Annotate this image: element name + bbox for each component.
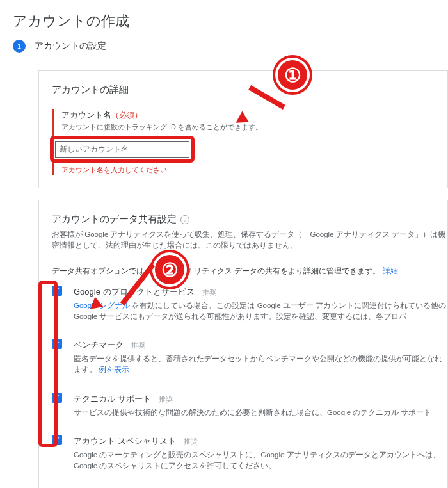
account-name-help: アカウントに複数のトラッキング ID を含めることができます。 (61, 122, 447, 132)
step-header: 1 アカウントの設定 (0, 40, 448, 59)
account-name-input[interactable] (55, 141, 189, 158)
checkbox-desc: Google のマーケティングと販売のスペシャリストに、Google アナリティ… (74, 450, 447, 472)
checkbox-row-benchmark: ✓ ベンチマーク 推奨 匿名データを提供すると、蓄積されたデータセットからベンチ… (52, 339, 447, 376)
checkbox-title: アカウント スペシャリスト (74, 436, 176, 446)
account-details-panel: アカウントの詳細 アカウント名（必須） アカウントに複数のトラッキング ID を… (38, 70, 448, 188)
annotation-outline-1 (50, 136, 195, 163)
required-marker: （必須） (111, 111, 142, 120)
share-intro: データ共有オプションでは、Google アナリティクス データの共有をより詳細に… (52, 266, 447, 277)
step-number-badge: 1 (13, 40, 26, 53)
checkbox-desc: Google シグナル を有効にしている場合、この設定は Google ユーザー… (74, 300, 447, 323)
google-signal-link[interactable]: Google シグナル (74, 302, 130, 309)
checkbox-title: Google のプロダクトとサービス (74, 287, 195, 297)
step-label: アカウントの設定 (35, 40, 106, 52)
help-icon[interactable]: ? (180, 215, 189, 224)
example-link[interactable]: 例を表示 (99, 366, 129, 373)
data-sharing-desc: お客様が Google アナリティクスを使って収集、処理、保存するデータ（「Go… (52, 229, 447, 252)
account-name-field-block: アカウント名（必須） アカウントに複数のトラッキング ID を含めることができま… (52, 109, 447, 175)
checkbox-row-specialist: ✓ アカウント スペシャリスト 推奨 Google のマーケティングと販売のスペ… (52, 435, 447, 472)
checkbox-title: テクニカル サポート (74, 394, 151, 403)
data-sharing-panel: アカウントのデータ共有設定 ? お客様が Google アナリティクスを使って収… (38, 200, 448, 488)
details-link[interactable]: 詳細 (383, 266, 398, 275)
data-sharing-title: アカウントのデータ共有設定 (52, 213, 177, 225)
recommended-tag: 推奨 (131, 341, 145, 349)
account-name-error: アカウント名を入力してください (61, 165, 447, 175)
recommended-tag: 推奨 (159, 395, 173, 403)
checkbox-title: ベンチマーク (74, 340, 124, 350)
account-name-label: アカウント名 (61, 110, 111, 120)
annotation-outline-2 (38, 281, 58, 447)
account-details-title: アカウントの詳細 (52, 84, 447, 96)
checkbox-list: ✓ Google のプロダクトとサービス 推奨 Google シグナル を有効に… (52, 286, 447, 472)
checkbox-row-support: ✓ テクニカル サポート 推奨 サービスの提供や技術的な問題の解決のために必要と… (52, 393, 447, 418)
checkbox-row-products: ✓ Google のプロダクトとサービス 推奨 Google シグナル を有効に… (52, 286, 447, 323)
page-title: アカウントの作成 (0, 0, 448, 40)
checkbox-desc: 匿名データを提供すると、蓄積されたデータセットからベンチマークや公開などの機能の… (74, 354, 447, 376)
recommended-tag: 推奨 (184, 437, 198, 445)
checkbox-desc: サービスの提供や技術的な問題の解決のために必要と判断された場合に、Google … (74, 407, 447, 418)
recommended-tag: 推奨 (202, 288, 216, 296)
